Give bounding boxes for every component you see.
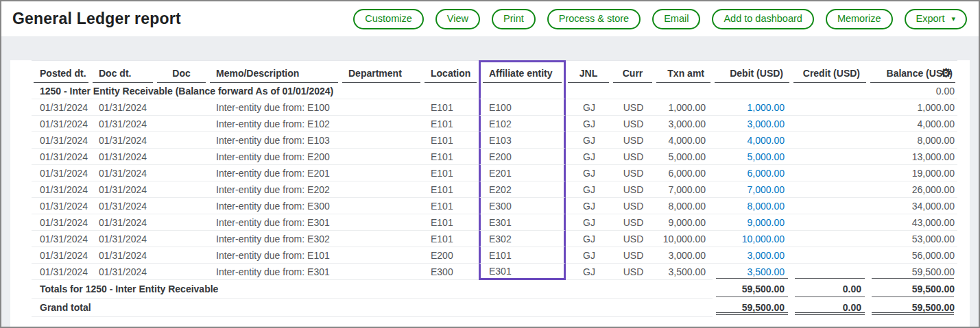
cell-jnl: GJ — [566, 247, 611, 264]
button-label: Process & store — [559, 14, 629, 24]
cell-credit-usd — [791, 165, 868, 181]
cell-balance-usd: 8,000.00 — [868, 132, 957, 149]
debit-drilldown-link[interactable]: 5,000.00 — [748, 151, 785, 162]
cell-credit-usd — [791, 181, 868, 198]
table-row: 01/31/202401/31/2024Inter-entity due fro… — [32, 149, 957, 165]
button-label: Export — [916, 14, 945, 24]
cell-txn-amt: 9,000.00 — [654, 214, 713, 231]
cell-curr: USD — [611, 149, 654, 165]
cell-credit-usd — [791, 198, 868, 214]
cell-doc — [155, 99, 208, 116]
table-row: 01/31/202401/31/2024Inter-entity due fro… — [32, 165, 957, 181]
cell-debit-usd: 9,000.00 — [713, 214, 791, 231]
table-row: 01/31/202401/31/2024Inter-entity due fro… — [32, 264, 957, 280]
cell-memo-description: Inter-entity due from: E101 — [208, 247, 340, 264]
cell-affiliate-entity: E202 — [479, 181, 566, 198]
cell-affiliate-entity: E301 — [479, 264, 566, 280]
cell-department — [340, 231, 422, 247]
debit-drilldown-link[interactable]: 3,500.00 — [748, 266, 785, 277]
cell-posted-dt: 01/31/2024 — [32, 198, 91, 214]
cell-affiliate-entity: E201 — [479, 165, 566, 181]
cell-debit-usd: 3,000.00 — [713, 247, 791, 264]
customize-button[interactable]: Customize — [353, 9, 424, 29]
export-button[interactable]: Export▾ — [905, 9, 967, 29]
table-row: 01/31/202401/31/2024Inter-entity due fro… — [32, 198, 957, 214]
cell-location — [422, 83, 479, 99]
cell-jnl: GJ — [566, 99, 611, 116]
cell-location: E101 — [422, 165, 479, 181]
debit-drilldown-link[interactable]: 4,000.00 — [748, 135, 785, 146]
cell-memo-description: Inter-entity due from: E100 — [208, 99, 340, 116]
cell-affiliate-entity: E103 — [479, 132, 566, 149]
section-label: 1250 - Inter Entity Receivable (Balance … — [32, 83, 422, 99]
column-header-doc-dt: Doc dt. — [91, 60, 155, 83]
cell-jnl: GJ — [566, 231, 611, 247]
cell-doc — [155, 247, 208, 264]
cell-department — [340, 99, 422, 116]
memorize-button[interactable]: Memorize — [826, 9, 893, 29]
debit-drilldown-link[interactable]: 8,000.00 — [748, 201, 785, 212]
column-header-location: Location — [422, 60, 479, 83]
button-label: Email — [664, 14, 689, 24]
cell-location: E101 — [422, 198, 479, 214]
process-store-button[interactable]: Process & store — [547, 9, 641, 29]
add-to-dashboard-button[interactable]: Add to dashboard — [712, 9, 813, 29]
column-header-label: Debit (USD) — [715, 66, 789, 83]
cell-debit-usd: 10,000.00 — [713, 231, 791, 247]
cell-credit-usd — [791, 149, 868, 165]
cell-curr — [611, 83, 654, 99]
cell-location: E101 — [422, 214, 479, 231]
debit-drilldown-link[interactable]: 9,000.00 — [748, 217, 785, 228]
cell-affiliate-entity — [479, 83, 566, 99]
cell-posted-dt: 01/31/2024 — [32, 247, 91, 264]
cell-curr: USD — [611, 116, 654, 132]
report-card: ⚙ Posted dt.Doc dt.DocMemo/DescriptionDe… — [10, 60, 970, 328]
cell-balance-usd: 56,000.00 — [868, 247, 957, 264]
cell-jnl: GJ — [566, 181, 611, 198]
cell-location: E300 — [422, 264, 479, 280]
cell-location: E101 — [422, 116, 479, 132]
view-button[interactable]: View — [435, 9, 480, 29]
cell-posted-dt: 01/31/2024 — [32, 165, 91, 181]
cell-department — [340, 149, 422, 165]
cell-memo-description: Inter-entity due from: E201 — [208, 165, 340, 181]
cell-memo-description: Inter-entity due from: E301 — [208, 264, 340, 280]
cell-department — [340, 181, 422, 198]
cell-balance-usd: 59,500.00 — [868, 264, 957, 280]
button-label: Customize — [365, 14, 412, 24]
cell-debit-total: 59,500.00 — [713, 280, 791, 299]
cell-txn-amt: 10,000.00 — [654, 231, 713, 247]
button-label: Add to dashboard — [724, 14, 802, 24]
cell-jnl: GJ — [566, 165, 611, 181]
debit-drilldown-link[interactable]: 3,000.00 — [748, 118, 785, 129]
cell-department — [340, 198, 422, 214]
cell-doc — [155, 214, 208, 231]
totals-row: Totals for 1250 - Inter Entity Receivabl… — [32, 280, 957, 299]
print-button[interactable]: Print — [492, 9, 536, 29]
debit-drilldown-link[interactable]: 7,000.00 — [748, 184, 785, 195]
table-row: 01/31/202401/31/2024Inter-entity due fro… — [32, 116, 957, 132]
debit-drilldown-link[interactable]: 10,000.00 — [742, 234, 785, 244]
cell-txn-amt: 7,000.00 — [654, 181, 713, 198]
cell-doc — [155, 264, 208, 280]
cell-balance-usd: 43,000.00 — [868, 214, 957, 231]
column-header-memo-description: Memo/Description — [208, 60, 340, 83]
cell-posted-dt: 01/31/2024 — [32, 231, 91, 247]
cell-department — [340, 214, 422, 231]
cell-balance-usd: 13,000.00 — [868, 149, 957, 165]
table-row: 01/31/202401/31/2024Inter-entity due fro… — [32, 99, 957, 116]
column-header-jnl: JNL — [566, 60, 611, 83]
chevron-down-icon: ▾ — [951, 15, 955, 23]
cell-txn-amt: 8,000.00 — [654, 198, 713, 214]
email-button[interactable]: Email — [652, 9, 700, 29]
debit-drilldown-link[interactable]: 1,000.00 — [748, 102, 785, 113]
page-title: General Ledger report — [12, 10, 181, 28]
cell-affiliate-entity: E301 — [479, 214, 566, 231]
debit-drilldown-link[interactable]: 6,000.00 — [748, 168, 785, 179]
cell-curr: USD — [611, 165, 654, 181]
cell-doc-dt: 01/31/2024 — [91, 247, 155, 264]
cell-doc-dt: 01/31/2024 — [91, 198, 155, 214]
gear-icon[interactable]: ⚙ — [940, 66, 952, 79]
debit-drilldown-link[interactable]: 3,000.00 — [748, 250, 785, 261]
column-header-department: Department — [340, 60, 422, 83]
